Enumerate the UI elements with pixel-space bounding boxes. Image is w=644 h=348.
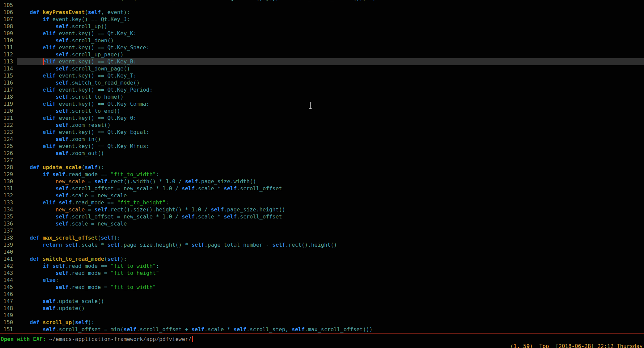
code-text: self.scroll_down_page() (17, 65, 644, 72)
code-line[interactable]: 151 self.scroll_offset = min(self.scroll… (0, 326, 644, 333)
code-line[interactable]: 119 elif event.key() == Qt.Key_Comma: (0, 100, 644, 107)
line-number: 126 (0, 150, 17, 157)
line-number: 118 (0, 93, 17, 100)
line-number: 131 (0, 185, 17, 192)
code-line[interactable]: 141 def switch_to_read_mode(self): (0, 255, 644, 262)
code-line[interactable]: 136 self.scale = new_scale (0, 220, 644, 227)
line-number: 106 (0, 9, 17, 16)
code-text: self.zoom_reset() (17, 121, 644, 129)
code-line[interactable]: 112 self.scroll_up_page() (0, 51, 644, 58)
code-line[interactable]: 132 self.scale = new_scale (0, 192, 644, 199)
code-line[interactable]: 139 return self.scale * self.page_size.h… (0, 241, 644, 248)
code-line[interactable]: 124 self.zoom_in() (0, 136, 644, 143)
line-number: 141 (0, 255, 17, 262)
code-line[interactable]: 127 (0, 157, 644, 164)
editor-cursor (43, 58, 44, 65)
code-line[interactable]: 126 self.zoom_out() (0, 150, 644, 157)
code-line[interactable]: 140 (0, 248, 644, 255)
line-number: 109 (0, 30, 17, 37)
code-text: elif self.read_mode == "fit_to_height": (17, 199, 644, 206)
code-text (17, 291, 644, 298)
code-line[interactable]: 146 (0, 291, 644, 298)
code-line[interactable]: 123 elif event.key() == Qt.Key_Equal: (0, 129, 644, 136)
line-number: 116 (0, 79, 17, 86)
code-text: new_scale = self.rect().size().height() … (17, 206, 644, 213)
code-text: else: (17, 277, 644, 284)
line-number: 108 (0, 23, 17, 30)
code-line[interactable]: 128 def update_scale(self): (0, 164, 644, 171)
tray-buffer-position: Top (539, 343, 549, 348)
line-number: 113 (0, 58, 17, 65)
code-text (17, 227, 644, 234)
line-number: 147 (0, 298, 17, 305)
line-number: 124 (0, 136, 17, 143)
code-text: self.update() (17, 305, 644, 312)
line-number: 143 (0, 269, 17, 277)
code-text: self.update_scale() (17, 298, 644, 305)
line-number: 135 (0, 213, 17, 220)
line-number: 125 (0, 143, 17, 150)
code-line[interactable]: 138 def max_scroll_offset(self): (0, 234, 644, 241)
code-text (17, 312, 644, 319)
line-number: 115 (0, 72, 17, 79)
code-line[interactable]: 120 self.scroll_to_end() (0, 107, 644, 114)
line-number: 148 (0, 305, 17, 312)
code-line[interactable]: 110 self.scroll_down() (0, 37, 644, 44)
code-line[interactable]: 150 def scroll_up(self): (0, 319, 644, 326)
code-line[interactable]: 108 self.scroll_up() (0, 23, 644, 30)
code-line[interactable]: 111 elif event.key() == Qt.Key_Space: (0, 44, 644, 51)
code-text: elif event.key() == Qt.Key_T: (17, 72, 644, 79)
code-line[interactable]: 131 self.scroll_offset = new_scale * 1.0… (0, 185, 644, 192)
code-line[interactable]: 134 new_scale = self.rect().size().heigh… (0, 206, 644, 213)
minibuffer-input[interactable]: ~/emacs-application-framework/app/pdfvie… (49, 336, 192, 342)
code-line[interactable]: 109 elif event.key() == Qt.Key_K: (0, 30, 644, 37)
code-line[interactable]: 113 elif event.key() == Qt.Key_B: (0, 58, 644, 65)
code-text (17, 2, 644, 9)
minibuffer[interactable]: Open with EAF: ~/emacs-application-frame… (1, 336, 643, 343)
code-line[interactable]: 122 self.zoom_reset() (0, 121, 644, 129)
code-line[interactable]: 143 self.read_mode = "fit_to_height" (0, 269, 644, 277)
code-text: self.scroll_up_page() (17, 51, 644, 58)
mouse-ibeam-cursor (308, 101, 313, 109)
code-line[interactable]: 144 else: (0, 277, 644, 284)
code-line[interactable]: 116 self.switch_to_read_mode() (0, 79, 644, 86)
code-text: self.zoom_out() (17, 150, 644, 157)
code-line[interactable]: 130 new_scale = self.rect().width() * 1.… (0, 178, 644, 185)
code-editor[interactable]: 104 self.scroll_offset = max(min(self.sc… (0, 0, 644, 333)
code-line[interactable]: 145 self.read_mode = "fit_to_width" (0, 284, 644, 291)
line-number: 117 (0, 86, 17, 93)
code-text (17, 248, 644, 255)
code-text: if self.read_mode == "fit_to_width": (17, 262, 644, 269)
code-line[interactable]: 149 (0, 312, 644, 319)
code-text: elif event.key() == Qt.Key_Minus: (17, 143, 644, 150)
code-line[interactable]: 129 if self.read_mode == "fit_to_width": (0, 171, 644, 178)
code-line[interactable]: 118 self.scroll_to_home() (0, 93, 644, 100)
code-line[interactable]: 106 def keyPressEvent(self, event): (0, 9, 644, 16)
line-number: 136 (0, 220, 17, 227)
code-line[interactable]: 148 self.update() (0, 305, 644, 312)
code-text: self.scale = new_scale (17, 192, 644, 199)
code-line[interactable]: 142 if self.read_mode == "fit_to_width": (0, 262, 644, 269)
code-text: if event.key() == Qt.Key_J: (17, 16, 644, 23)
code-line[interactable]: 121 elif event.key() == Qt.Key_0: (0, 114, 644, 121)
line-number: 130 (0, 178, 17, 185)
code-line[interactable]: 133 elif self.read_mode == "fit_to_heigh… (0, 199, 644, 206)
code-line[interactable]: 114 self.scroll_down_page() (0, 65, 644, 72)
code-line[interactable]: 117 elif event.key() == Qt.Key_Period: (0, 86, 644, 93)
code-line[interactable]: 137 (0, 227, 644, 234)
code-line[interactable]: 115 elif event.key() == Qt.Key_T: (0, 72, 644, 79)
code-line[interactable]: 147 self.update_scale() (0, 298, 644, 305)
code-text: self.zoom_in() (17, 136, 644, 143)
code-text: self.scroll_offset = new_scale * 1.0 / s… (17, 185, 644, 192)
code-text: self.scroll_to_home() (17, 93, 644, 100)
line-number: 128 (0, 164, 17, 171)
code-line[interactable]: 107 if event.key() == Qt.Key_J: (0, 16, 644, 23)
tray-datetime: [2018-06-28] 22:12 Thursday (555, 343, 643, 348)
code-line[interactable]: 125 elif event.key() == Qt.Key_Minus: (0, 143, 644, 150)
code-text: self.scroll_to_end() (17, 107, 644, 114)
line-number: 151 (0, 326, 17, 333)
line-number: 121 (0, 114, 17, 121)
code-text: self.scroll_up() (17, 23, 644, 30)
code-line[interactable]: 135 self.scroll_offset = new_scale * 1.0… (0, 213, 644, 220)
code-line[interactable]: 105 (0, 2, 644, 9)
